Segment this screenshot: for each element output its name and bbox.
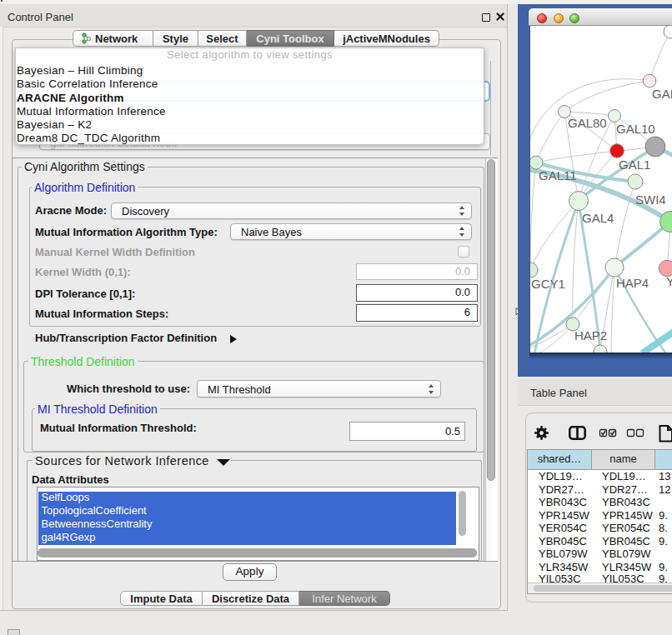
svg-text:GAL1: GAL1	[619, 158, 650, 172]
svg-text:GAL11: GAL11	[539, 168, 577, 182]
svg-text:SWI4: SWI4	[635, 192, 666, 207]
svg-text:GAL80: GAL80	[568, 116, 607, 130]
svg-text:HAP2: HAP2	[574, 328, 607, 342]
svg-text:GAL4: GAL4	[582, 211, 614, 225]
svg-text:GAL10: GAL10	[616, 122, 655, 136]
svg-text:GCY1: GCY1	[531, 277, 565, 291]
svg-text:GAL2: GAL2	[652, 87, 672, 101]
svg-text:YM: YM	[666, 274, 672, 288]
svg-text:HAP4: HAP4	[616, 276, 649, 290]
